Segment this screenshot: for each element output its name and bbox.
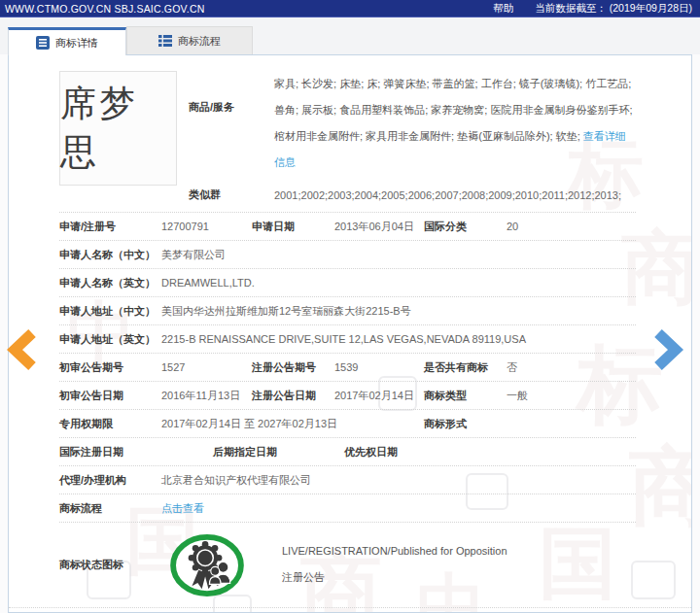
table-row-agency: 代理/办理机构 北京君合知识产权代理有限公司 xyxy=(59,465,636,494)
click-to-view-link[interactable]: 点击查看 xyxy=(161,501,204,516)
address-en-label: 申请人地址（英文） xyxy=(59,332,161,347)
exclusive-period-value: 2017年02月14日 至 2027年02月13日 xyxy=(161,417,424,431)
table-row-address-cn: 申请人地址（中文） 美国内华达州拉斯维加斯12号室瑞丽森大街2215-B号 xyxy=(59,296,636,324)
tm-type-value: 一般 xyxy=(507,389,636,403)
address-en-value: 2215-B RENAISSANCE DRIVE,SUITE 12,LAS VE… xyxy=(161,333,636,345)
applicant-cn-value: 美梦有限公司 xyxy=(161,248,636,262)
similar-group-value: 2001;2002;2003;2004;2005;2006;2007;2008;… xyxy=(274,189,621,201)
reg-no-value: 1539 xyxy=(334,361,424,373)
tab-label: 商标详情 xyxy=(55,36,98,51)
detail-rows: 申请/注册号 12700791 申请日期 2013年06月04日 国际分类 20… xyxy=(59,212,636,607)
process-list-icon xyxy=(158,34,172,48)
disclaimer-text: 仅供参考，不具有法律效力 xyxy=(9,607,691,613)
shared-label: 是否共有商标 xyxy=(424,360,507,375)
applicant-en-value: DREAMWELL,LTD. xyxy=(161,277,636,289)
priority-date-label: 优先权日期 xyxy=(344,445,636,460)
table-row-applicant-en: 申请人名称（英文） DREAMWELL,LTD. xyxy=(59,268,636,296)
table-row-applicant-cn: 申请人名称（中文） 美梦有限公司 xyxy=(59,240,636,268)
tab-strip: 商标详情 商标流程 xyxy=(0,17,700,54)
intl-class-value: 20 xyxy=(507,221,636,232)
first-trial-no-value: 1527 xyxy=(161,361,252,373)
previous-record-arrow[interactable] xyxy=(6,328,39,371)
status-live-text: LIVE/REGISTRATION/Published for Oppositi… xyxy=(282,545,508,557)
status-cn-text: 注册公告 xyxy=(282,570,508,585)
reg-date-value: 2017年02月14日 xyxy=(334,389,424,403)
trademark-name: 席梦思 xyxy=(60,80,176,177)
agency-value: 北京君合知识产权代理有限公司 xyxy=(161,473,636,488)
trademark-image: 席梦思 xyxy=(59,71,177,186)
address-cn-label: 申请人地址（中文） xyxy=(59,304,161,319)
table-row-gazette-dates: 初审公告日期 2016年11月13日 注册公告日期 2017年02月14日 商标… xyxy=(59,381,636,409)
table-row-status: 商标状态图标 xyxy=(59,522,636,607)
table-row-exclusive-period: 专用权期限 2017年02月14日 至 2027年02月13日 商标形式 xyxy=(59,409,636,437)
intl-class-label: 国际分类 xyxy=(424,220,507,234)
shared-value: 否 xyxy=(507,360,636,375)
data-cutoff-text: 当前数据截至： (2019年09月28日) xyxy=(535,2,692,16)
site-urls: WWW.CTMO.GOV.CN SBJ.SAIC.GOV.CN xyxy=(5,3,205,15)
first-trial-date-label: 初审公告日期 xyxy=(59,389,161,403)
first-trial-no-label: 初审公告期号 xyxy=(59,360,161,375)
address-cn-value: 美国内华达州拉斯维加斯12号室瑞丽森大街2215-B号 xyxy=(161,304,636,319)
process-label: 商标流程 xyxy=(59,501,161,516)
trademark-detail-panel: 标商标商国商中国中 席梦思 商品/服务 家具; 长沙发; 床垫; 床; 弹簧床垫… xyxy=(8,54,692,613)
goods-services-value: 家具; 长沙发; 床垫; 床; 弹簧床垫; 带盖的篮; 工作台; 镜子(玻璃镜)… xyxy=(274,71,636,176)
top-bar: WWW.CTMO.GOV.CN SBJ.SAIC.GOV.CN 帮助 当前数据截… xyxy=(0,0,700,17)
app-date-label: 申请日期 xyxy=(252,220,334,234)
table-row-application: 申请/注册号 12700791 申请日期 2013年06月04日 国际分类 20 xyxy=(59,212,636,240)
goods-services-text: 家具; 长沙发; 床垫; 床; 弹簧床垫; 带盖的篮; 工作台; 镜子(玻璃镜)… xyxy=(274,78,633,142)
exclusive-period-label: 专用权期限 xyxy=(59,417,161,431)
reg-date-label: 注册公告日期 xyxy=(252,389,334,403)
status-badge-icon xyxy=(169,534,245,596)
app-date-value: 2013年06月04日 xyxy=(334,220,424,234)
table-row-gazette-numbers: 初审公告期号 1527 注册公告期号 1539 是否共有商标 否 xyxy=(59,353,636,381)
tm-type-label: 商标类型 xyxy=(424,389,507,403)
tab-trademark-detail[interactable]: 商标详情 xyxy=(8,27,126,55)
agency-label: 代理/办理机构 xyxy=(59,473,161,488)
tab-label: 商标流程 xyxy=(178,34,221,49)
table-row-address-en: 申请人地址（英文） 2215-B RENAISSANCE DRIVE,SUITE… xyxy=(59,324,636,353)
intl-reg-date-label: 国际注册日期 xyxy=(59,445,213,460)
first-trial-date-value: 2016年11月13日 xyxy=(161,389,252,403)
app-no-label: 申请/注册号 xyxy=(59,220,161,234)
table-row-process: 商标流程 点击查看 xyxy=(59,494,636,522)
next-record-arrow[interactable] xyxy=(651,328,684,371)
similar-group-row: 类似群 2001;2002;2003;2004;2005;2006;2007;2… xyxy=(189,187,636,202)
table-row-intl-dates: 国际注册日期 后期指定日期 优先权日期 xyxy=(59,437,636,465)
status-icon-label: 商标状态图标 xyxy=(59,558,161,572)
goods-services-row: 商品/服务 家具; 长沙发; 床垫; 床; 弹簧床垫; 带盖的篮; 工作台; 镜… xyxy=(189,71,636,176)
later-designation-date-label: 后期指定日期 xyxy=(213,445,344,460)
applicant-cn-label: 申请人名称（中文） xyxy=(59,248,161,262)
help-link[interactable]: 帮助 xyxy=(493,2,513,16)
detail-list-icon xyxy=(36,36,50,50)
tab-trademark-process[interactable]: 商标流程 xyxy=(126,26,253,54)
similar-group-label: 类似群 xyxy=(189,187,274,202)
applicant-en-label: 申请人名称（英文） xyxy=(59,276,161,290)
reg-no-label: 注册公告期号 xyxy=(252,360,334,375)
goods-services-label: 商品/服务 xyxy=(189,71,274,176)
tm-form-label: 商标形式 xyxy=(424,417,507,431)
app-no-value: 12700791 xyxy=(161,221,252,232)
trademark-summary-section: 席梦思 商品/服务 家具; 长沙发; 床垫; 床; 弹簧床垫; 带盖的篮; 工作… xyxy=(9,55,691,212)
